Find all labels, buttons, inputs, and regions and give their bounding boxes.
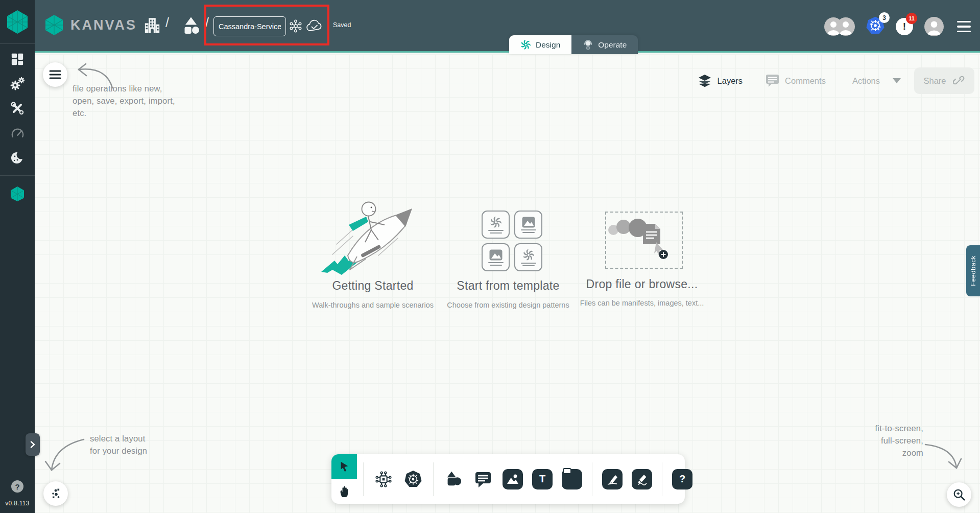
mode-tabs: Design Operate xyxy=(509,35,638,54)
meshery-logo[interactable] xyxy=(0,0,35,44)
kubernetes-context-button[interactable]: 3 xyxy=(866,16,885,37)
kanvas-logo-icon xyxy=(44,14,64,36)
actions-label: Actions xyxy=(852,76,880,86)
drop-file-title[interactable]: Drop file or browse... xyxy=(586,277,698,291)
tab-design-label: Design xyxy=(536,40,560,50)
layout-selector-button[interactable] xyxy=(43,481,68,506)
select-tool-button[interactable] xyxy=(331,454,357,479)
comment-tool-button[interactable] xyxy=(473,469,493,489)
header-menu-button[interactable] xyxy=(955,19,973,35)
shapes-tool-button[interactable] xyxy=(443,469,464,489)
question-glyph: ? xyxy=(679,473,685,485)
start-from-template-subtitle: Choose from existing design patterns xyxy=(447,301,569,309)
sticky-note-tool-button[interactable] xyxy=(562,469,582,489)
cluster-nodes-icon xyxy=(288,18,303,34)
layers-label: Layers xyxy=(718,76,743,86)
canvas-menu-button[interactable] xyxy=(43,62,67,87)
dashboard-icon xyxy=(11,53,24,66)
kubernetes-helm-icon xyxy=(403,469,423,489)
cloud-check-icon xyxy=(305,18,323,34)
bottom-toolbar: T xyxy=(331,454,685,504)
shapes-icon xyxy=(444,470,463,489)
magnifier-plus-icon xyxy=(952,488,966,501)
layers-icon xyxy=(698,74,712,87)
template-thumbnail xyxy=(482,243,510,271)
image-icon xyxy=(489,249,503,261)
save-status: Saved xyxy=(333,21,351,29)
chevron-right-icon xyxy=(30,441,35,448)
frame-icon xyxy=(560,467,581,487)
comments-label: Comments xyxy=(785,76,826,86)
design-canvas[interactable]: file operations like new, open, save, ex… xyxy=(35,54,980,513)
drop-file-illustration xyxy=(606,213,682,268)
drop-file-subtitle: Files can be manifests, images, text... xyxy=(580,299,704,307)
cursor-icon xyxy=(338,460,350,473)
organization-button[interactable] xyxy=(144,15,161,38)
feedback-label: Feedback xyxy=(970,255,977,286)
workspace-button[interactable] xyxy=(182,16,200,37)
user-avatar[interactable] xyxy=(924,17,944,36)
start-from-template-card[interactable] xyxy=(482,211,542,271)
component-chip-icon xyxy=(374,470,393,489)
breadcrumb-separator-2: / xyxy=(205,15,209,30)
tab-design[interactable]: Design xyxy=(509,35,571,54)
workspace-shapes-icon xyxy=(182,16,200,35)
feedback-tab[interactable]: Feedback xyxy=(966,245,980,296)
layers-button[interactable]: Layers xyxy=(698,74,743,87)
design-name-input[interactable] xyxy=(213,16,286,36)
design-swirl-icon xyxy=(522,249,535,261)
kanvas-hexagon-icon xyxy=(9,185,26,202)
pencil-tool-button[interactable] xyxy=(632,469,652,489)
getting-started-card[interactable] xyxy=(317,195,427,279)
sidebar-item-performance[interactable] xyxy=(6,124,29,142)
sidebar-item-settings[interactable] xyxy=(6,75,29,92)
tab-operate[interactable]: Operate xyxy=(571,35,638,54)
share-label: Share xyxy=(923,76,946,86)
collaborator-avatars[interactable] xyxy=(824,17,855,36)
actions-dropdown[interactable]: Actions xyxy=(852,76,901,86)
pen-icon xyxy=(606,473,619,486)
annotation-select-layout: select a layout for your design xyxy=(90,432,147,457)
image-tool-button[interactable] xyxy=(503,469,523,489)
person-icon xyxy=(836,17,855,36)
organization-building-icon xyxy=(144,15,161,36)
text-tool-button[interactable]: T xyxy=(532,469,553,489)
help-tool-button[interactable]: ? xyxy=(672,469,692,489)
sidebar-item-catalog[interactable] xyxy=(6,149,29,166)
kanvas-brand[interactable]: KANVAS xyxy=(44,14,137,36)
person-icon xyxy=(924,17,944,36)
notifications-button[interactable]: ! 11 xyxy=(896,18,913,35)
header-right-cluster: 3 ! 11 xyxy=(824,12,973,41)
merge-environment-button[interactable] xyxy=(286,16,305,36)
template-thumbnail xyxy=(514,243,542,271)
collaborator-avatar xyxy=(836,17,855,36)
layout-dots-icon xyxy=(49,487,62,500)
sidebar-item-kanvas-active[interactable] xyxy=(6,185,29,202)
sidebar-item-toolbox[interactable] xyxy=(6,100,29,117)
breadcrumb-separator: / xyxy=(165,15,169,30)
canvas-control-row: Layers Comments Actions Share xyxy=(698,67,974,94)
help-button[interactable]: ? xyxy=(11,480,23,493)
design-swirl-icon xyxy=(520,39,531,50)
rocket-sketch-illustration xyxy=(317,195,427,277)
kubernetes-tool-button[interactable] xyxy=(403,469,423,489)
drop-file-zone[interactable] xyxy=(605,212,683,269)
zoom-controls-button[interactable] xyxy=(947,482,971,507)
pan-tool-button[interactable] xyxy=(331,479,357,504)
hamburger-icon xyxy=(49,69,61,80)
sidebar-item-dashboard[interactable] xyxy=(6,51,29,68)
app-header: KANVAS / xyxy=(35,0,980,53)
sidebar-expand-handle[interactable] xyxy=(26,433,40,456)
comments-button[interactable]: Comments xyxy=(766,74,826,87)
template-thumbnail xyxy=(482,211,510,239)
pen-tool-button[interactable] xyxy=(602,469,623,489)
tab-operate-label: Operate xyxy=(598,40,627,50)
getting-started-title[interactable]: Getting Started xyxy=(332,279,413,293)
kanvas-app: ? v0.8.113 KANVAS xyxy=(0,0,980,513)
operate-robot-icon xyxy=(583,39,593,50)
share-button[interactable]: Share xyxy=(914,67,974,94)
component-tool-button[interactable] xyxy=(373,469,394,489)
save-to-cloud-button[interactable] xyxy=(304,16,324,36)
pencil-scribble-icon xyxy=(635,473,649,486)
start-from-template-title[interactable]: Start from template xyxy=(457,279,559,293)
